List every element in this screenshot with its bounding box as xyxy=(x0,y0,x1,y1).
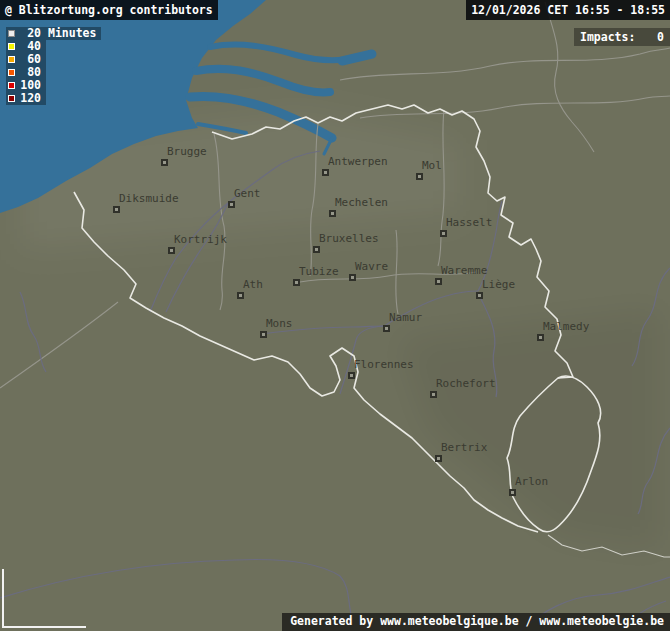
city-marker-ath xyxy=(237,292,244,299)
city-marker-tubize xyxy=(293,279,300,286)
city-label-florennes: Florennes xyxy=(354,359,414,371)
city-marker-malmedy xyxy=(537,334,544,341)
city-label-liege: Liège xyxy=(482,279,515,291)
city-label-wavre: Wavre xyxy=(355,261,388,273)
city-label-rochefort: Rochefort xyxy=(436,378,496,390)
legend-row: 120 xyxy=(6,92,46,105)
legend: 20Minutes406080100120 xyxy=(6,27,101,105)
city-label-tubize: Tubize xyxy=(299,266,339,278)
city-marker-gent xyxy=(228,201,235,208)
city-marker-mol xyxy=(416,173,423,180)
impacts-label: Impacts: xyxy=(580,30,635,44)
city-label-bertrix: Bertrix xyxy=(441,442,487,454)
time-range-text: 12/01/2026 CET 16:55 - 18:55 xyxy=(466,0,670,20)
legend-swatch-icon xyxy=(8,95,15,102)
city-label-gent: Gent xyxy=(234,188,261,200)
city-marker-namur xyxy=(383,325,390,332)
city-marker-hasselt xyxy=(440,230,447,237)
legend-row: 20Minutes xyxy=(6,27,101,40)
city-label-brugge: Brugge xyxy=(167,146,207,158)
city-marker-arlon xyxy=(509,489,516,496)
legend-minutes: 120 xyxy=(20,92,41,105)
legend-unit-label: Minutes xyxy=(48,27,96,40)
city-label-diksmuide: Diksmuide xyxy=(119,193,179,205)
city-marker-mons xyxy=(260,331,267,338)
city-marker-bertrix xyxy=(435,455,442,462)
city-label-ath: Ath xyxy=(243,279,263,291)
city-label-mol: Mol xyxy=(422,160,442,172)
city-marker-diksmuide xyxy=(113,206,120,213)
city-label-bruxelles: Bruxelles xyxy=(319,233,379,245)
legend-swatch-icon xyxy=(8,82,15,89)
city-marker-florennes xyxy=(348,372,355,379)
ardennes-shade xyxy=(400,310,660,550)
legend-swatch-icon xyxy=(8,69,15,76)
city-label-antwerpen: Antwerpen xyxy=(328,156,388,168)
legend-swatch-icon xyxy=(8,43,15,50)
city-label-malmedy: Malmedy xyxy=(543,321,589,333)
city-marker-brugge xyxy=(161,159,168,166)
city-label-namur: Namur xyxy=(389,312,422,324)
attribution-text: @ Blitzortung.org contributors xyxy=(0,0,218,20)
city-marker-mechelen xyxy=(329,210,336,217)
city-marker-antwerpen xyxy=(322,169,329,176)
city-label-waremme: Waremme xyxy=(441,265,487,277)
city-marker-rochefort xyxy=(430,391,437,398)
lightning-map-screen: BruggeDiksmuideGentKortrijkAntwerpenMech… xyxy=(0,0,670,631)
city-marker-waremme xyxy=(435,278,442,285)
impacts-value: 0 xyxy=(657,30,664,44)
city-marker-wavre xyxy=(349,274,356,281)
city-label-kortrijk: Kortrijk xyxy=(174,234,227,246)
city-label-hasselt: Hasselt xyxy=(446,217,492,229)
city-marker-liege xyxy=(476,292,483,299)
impacts-counter: Impacts: 0 xyxy=(574,28,670,46)
footer-credit: Generated by www.meteobelgique.be / www.… xyxy=(282,613,670,631)
legend-swatch-icon xyxy=(8,30,15,37)
city-marker-kortrijk xyxy=(168,247,175,254)
city-label-mons: Mons xyxy=(266,318,293,330)
city-label-mechelen: Mechelen xyxy=(335,197,388,209)
city-marker-bruxelles xyxy=(313,246,320,253)
scale-bar xyxy=(3,569,86,627)
city-label-arlon: Arlon xyxy=(515,476,548,488)
legend-swatch-icon xyxy=(8,56,15,63)
